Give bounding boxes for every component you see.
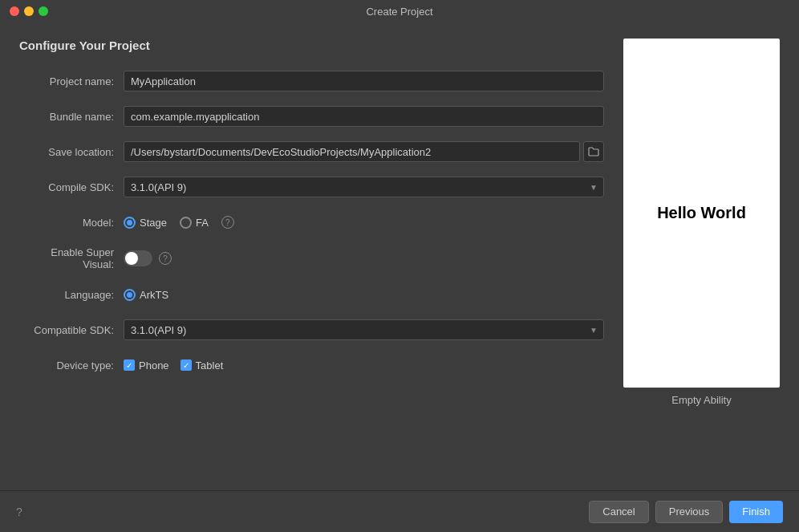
project-name-row: Project name:	[19, 70, 604, 92]
model-fa-label: FA	[196, 217, 209, 229]
save-location-label: Save location:	[19, 146, 124, 158]
preview-hello-world: Hello World	[657, 204, 746, 222]
device-tablet-option[interactable]: ✓ Tablet	[180, 359, 224, 372]
save-location-wrapper	[124, 141, 604, 162]
language-controls: ArkTS	[124, 289, 168, 301]
help-icon[interactable]: ?	[16, 506, 22, 518]
traffic-lights	[10, 6, 48, 16]
project-name-label: Project name:	[19, 75, 124, 87]
minimize-button[interactable]	[24, 6, 34, 16]
device-phone-checkbox[interactable]: ✓	[124, 359, 135, 371]
model-row: Model: Stage FA ?	[19, 211, 604, 234]
bundle-name-label: Bundle name:	[19, 111, 124, 123]
project-name-input[interactable]	[124, 71, 604, 91]
device-phone-label: Phone	[139, 359, 169, 372]
device-tablet-label: Tablet	[196, 359, 224, 372]
previous-button[interactable]: Previous	[655, 501, 724, 523]
super-visual-toggle[interactable]	[124, 250, 152, 266]
cancel-button[interactable]: Cancel	[589, 501, 648, 523]
device-tablet-checkbox[interactable]: ✓	[180, 359, 192, 371]
model-stage-radio[interactable]	[124, 217, 136, 229]
language-value: ArkTS	[140, 289, 168, 301]
compile-sdk-label: Compile SDK:	[19, 181, 124, 193]
finish-button[interactable]: Finish	[729, 501, 783, 523]
device-phone-option[interactable]: ✓ Phone	[124, 359, 169, 372]
save-location-row: Save location:	[19, 140, 604, 163]
model-stage-label: Stage	[140, 217, 167, 229]
model-label: Model:	[19, 217, 124, 229]
preview-template-label: Empty Ability	[671, 394, 731, 406]
maximize-button[interactable]	[39, 6, 48, 16]
bundle-name-row: Bundle name:	[19, 105, 604, 128]
model-radio-group: Stage FA ?	[124, 216, 234, 229]
device-type-row: Device type: ✓ Phone ✓ Tablet	[19, 354, 604, 376]
bottom-bar: ? Cancel Previous Finish	[0, 490, 799, 532]
form-section: Configure Your Project Project name: Bun…	[19, 39, 604, 516]
model-fa-radio[interactable]	[180, 217, 192, 229]
device-type-checkboxes: ✓ Phone ✓ Tablet	[124, 359, 223, 372]
compile-sdk-row: Compile SDK: 3.1.0(API 9) 3.0.0(API 8) ▼	[19, 176, 604, 198]
save-location-input[interactable]	[124, 141, 580, 162]
language-row: Language: ArkTS	[19, 283, 604, 306]
model-help-icon[interactable]: ?	[221, 216, 234, 229]
browse-button[interactable]	[583, 141, 604, 162]
language-label: Language:	[19, 289, 124, 301]
super-visual-label: Enable Super Visual:	[19, 246, 124, 270]
model-fa-option[interactable]: FA	[180, 217, 209, 229]
close-button[interactable]	[10, 6, 19, 16]
compatible-sdk-select-wrapper: 3.1.0(API 9) 3.0.0(API 8) ▼	[124, 319, 604, 340]
compatible-sdk-label: Compatible SDK:	[19, 324, 124, 336]
super-visual-controls: ?	[124, 250, 172, 266]
preview-frame: Hello World	[623, 39, 780, 388]
compatible-sdk-row: Compatible SDK: 3.1.0(API 9) 3.0.0(API 8…	[19, 319, 604, 341]
compile-sdk-select-wrapper: 3.1.0(API 9) 3.0.0(API 8) ▼	[124, 177, 604, 197]
language-radio[interactable]	[124, 289, 136, 301]
device-type-label: Device type:	[19, 359, 124, 372]
toggle-knob	[125, 252, 138, 265]
window-title: Create Project	[366, 6, 432, 18]
section-title: Configure Your Project	[19, 39, 604, 52]
bottom-buttons: Cancel Previous Finish	[589, 501, 783, 523]
preview-section: Hello World Empty Ability	[623, 39, 780, 516]
model-stage-option[interactable]: Stage	[124, 217, 167, 229]
compile-sdk-select[interactable]: 3.1.0(API 9) 3.0.0(API 8)	[124, 177, 604, 197]
bundle-name-input[interactable]	[124, 106, 604, 127]
title-bar: Create Project	[0, 0, 799, 22]
super-visual-help-icon[interactable]: ?	[159, 252, 172, 265]
main-content: Configure Your Project Project name: Bun…	[0, 22, 799, 532]
super-visual-row: Enable Super Visual: ?	[19, 246, 604, 270]
compatible-sdk-select[interactable]: 3.1.0(API 9) 3.0.0(API 8)	[124, 319, 604, 340]
